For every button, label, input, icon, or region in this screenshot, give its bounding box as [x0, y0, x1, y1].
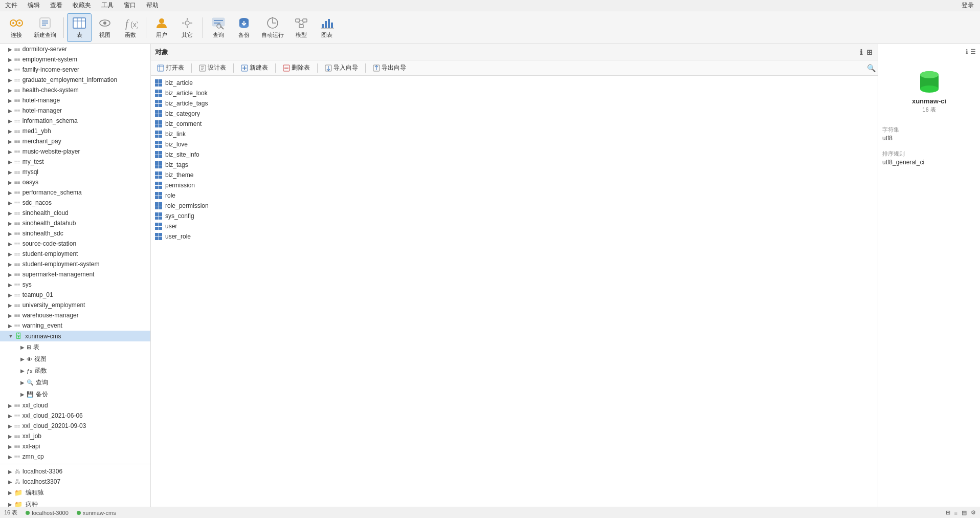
sidebar-item-sinohealth_sdc[interactable]: ▶ ≡≡ sinohealth_sdc	[0, 228, 150, 239]
table-item[interactable]: biz_category	[151, 109, 878, 119]
sidebar-item-university_employment[interactable]: ▶ ≡≡ university_employment	[0, 300, 150, 310]
toolbar-model[interactable]: 模型	[289, 13, 314, 42]
sidebar-item-graduate_employment_information[interactable]: ▶ ≡≡ graduate_employment_information	[0, 75, 150, 85]
toolbar-user[interactable]: 用户	[149, 13, 174, 42]
sidebar-item-warehouse-manager[interactable]: ▶ ≡≡ warehouse-manager	[0, 310, 150, 320]
toolbar-function[interactable]: f(x) 函数	[118, 13, 143, 42]
sidebar-footer-item-编程猿[interactable]: ▶ 📁 编程猿	[0, 487, 150, 499]
table-item[interactable]: biz_article_look	[151, 88, 878, 98]
sidebar-item-xxl_cloud[interactable]: ▶ ≡≡ xxl_cloud	[0, 400, 150, 411]
sidebar-subitem-查询[interactable]: ▶ 🔍 查询	[0, 377, 150, 389]
toolbar-backup[interactable]: 备份	[232, 13, 256, 42]
sidebar-item-student-employment-system[interactable]: ▶ ≡≡ student-employment-system	[0, 259, 150, 269]
toolbar-connect[interactable]: 连接	[4, 13, 29, 42]
table-item[interactable]: permission	[151, 180, 878, 190]
sidebar-item-teamup_01[interactable]: ▶ ≡≡ teamup_01	[0, 290, 150, 300]
sidebar-item-music-website-player[interactable]: ▶ ≡≡ music-website-player	[0, 146, 150, 157]
toolbar-view[interactable]: 视图	[93, 13, 117, 42]
search-button[interactable]: 🔍	[867, 64, 876, 72]
table-item[interactable]: biz_article	[151, 78, 878, 88]
toolbar-other[interactable]: 其它	[175, 13, 199, 42]
table-item[interactable]: user_role	[151, 231, 878, 242]
table-item[interactable]: role	[151, 190, 878, 201]
open-table-button[interactable]: 打开表	[153, 62, 188, 74]
sidebar-subitem-备份[interactable]: ▶ 💾 备份	[0, 389, 150, 400]
import-wizard-button[interactable]: 导入向导	[321, 62, 362, 74]
sidebar-item-med1_ybh[interactable]: ▶ ≡≡ med1_ybh	[0, 126, 150, 136]
table-item[interactable]: biz_link	[151, 129, 878, 139]
sidebar-item-source-code-station[interactable]: ▶ ≡≡ source-code-station	[0, 239, 150, 249]
info-icon[interactable]: ℹ	[859, 47, 863, 57]
table-item[interactable]: biz_tags	[151, 160, 878, 170]
toolbar-autorun-label: 自动运行	[261, 31, 284, 39]
svg-point-4	[18, 22, 20, 24]
table-item[interactable]: user	[151, 221, 878, 231]
grid-icon[interactable]: ⊞	[946, 509, 950, 516]
table-item[interactable]: biz_comment	[151, 119, 878, 129]
list-icon[interactable]: ≡	[954, 510, 957, 516]
detail-icon[interactable]: ▤	[962, 509, 967, 516]
sidebar-item-warning_event[interactable]: ▶ ≡≡ warning_event	[0, 320, 150, 331]
delete-table-button[interactable]: 删除表	[279, 62, 314, 74]
menu-help[interactable]: 帮助	[143, 0, 162, 11]
sidebar-item-information_schema[interactable]: ▶ ≡≡ information_schema	[0, 116, 150, 126]
toolbar-chart[interactable]: 图表	[315, 13, 339, 42]
sidebar-item-xunmaw-cms[interactable]: ▼ 🗄 xunmaw-cms	[0, 331, 150, 341]
sidebar-item-xxl_cloud_2021-06-06[interactable]: ▶ ≡≡ xxl_cloud_2021-06-06	[0, 411, 150, 421]
table-item[interactable]: biz_article_tags	[151, 98, 878, 109]
sidebar-subitem-函数[interactable]: ▶ ƒx 函数	[0, 365, 150, 377]
grid-view-icon[interactable]: ⊞	[865, 47, 874, 57]
sidebar-item-student-employment[interactable]: ▶ ≡≡ student-employment	[0, 249, 150, 259]
sidebar-item-dormitory-server[interactable]: ▶ ≡≡ dormitory-server	[0, 44, 150, 54]
expand-icon: ▼	[8, 333, 13, 339]
table-item[interactable]: role_permission	[151, 201, 878, 211]
sidebar-item-xxl_cloud_20201-09-03[interactable]: ▶ ≡≡ xxl_cloud_20201-09-03	[0, 421, 150, 431]
settings-icon[interactable]: ⚙	[971, 509, 976, 516]
table-item[interactable]: sys_config	[151, 211, 878, 221]
sidebar-item-sinohealth_datahub[interactable]: ▶ ≡≡ sinohealth_datahub	[0, 218, 150, 228]
menu-window[interactable]: 窗口	[121, 0, 139, 11]
sidebar-footer-item-病种[interactable]: ▶ 📁 病种	[0, 499, 150, 507]
sidebar-item-family-income-server[interactable]: ▶ ≡≡ family-income-server	[0, 64, 150, 75]
sidebar-item-sdc_nacos[interactable]: ▶ ≡≡ sdc_nacos	[0, 198, 150, 208]
menu-file[interactable]: 文件	[2, 0, 20, 11]
menu-edit[interactable]: 编辑	[25, 0, 43, 11]
sidebar-subitem-视图[interactable]: ▶ 👁 视图	[0, 353, 150, 365]
toolbar-table[interactable]: 表	[67, 13, 92, 42]
right-list-icon[interactable]: ☰	[970, 48, 976, 55]
sidebar-item-localhost3307[interactable]: ▶ 🖧 localhost3307	[0, 477, 150, 487]
table-item[interactable]: biz_site_info	[151, 149, 878, 160]
table-item[interactable]: biz_love	[151, 139, 878, 149]
toolbar-table-label: 表	[77, 31, 82, 39]
toolbar-autorun[interactable]: 自动运行	[257, 13, 288, 42]
sidebar-item-supermarket-management[interactable]: ▶ ≡≡ supermarket-management	[0, 269, 150, 279]
sidebar-item-mysql[interactable]: ▶ ≡≡ mysql	[0, 167, 150, 177]
design-table-button[interactable]: 设计表	[195, 62, 230, 74]
sidebar-item-zmn_cp[interactable]: ▶ ≡≡ zmn_cp	[0, 451, 150, 462]
sidebar-item-oasys[interactable]: ▶ ≡≡ oasys	[0, 177, 150, 187]
table-item[interactable]: biz_theme	[151, 170, 878, 180]
export-wizard-button[interactable]: 导出向导	[369, 62, 410, 74]
sidebar-item-xxl_job[interactable]: ▶ ≡≡ xxl_job	[0, 431, 150, 441]
sidebar-item-merchant_pay[interactable]: ▶ ≡≡ merchant_pay	[0, 136, 150, 146]
menu-favorites[interactable]: 收藏夹	[70, 0, 94, 11]
sidebar-subitem-表[interactable]: ▶ ⊞ 表	[0, 341, 150, 353]
sidebar-item-my_test[interactable]: ▶ ≡≡ my_test	[0, 157, 150, 167]
sidebar-item-hotel-manage[interactable]: ▶ ≡≡ hotel-manage	[0, 95, 150, 105]
sidebar-item-employment-system[interactable]: ▶ ≡≡ employment-system	[0, 54, 150, 64]
sidebar-item-sys[interactable]: ▶ ≡≡ sys	[0, 279, 150, 290]
sidebar-item-xxl-api[interactable]: ▶ ≡≡ xxl-api	[0, 441, 150, 451]
menu-tools[interactable]: 工具	[98, 0, 117, 11]
menu-view[interactable]: 查看	[47, 0, 65, 11]
new-table-button[interactable]: 新建表	[237, 62, 272, 74]
right-info-icon[interactable]: ℹ	[966, 48, 968, 55]
sidebar-item-localhost-3306[interactable]: ▶ 🖧 localhost-3306	[0, 466, 150, 477]
sidebar-item-sinohealth_cloud[interactable]: ▶ ≡≡ sinohealth_cloud	[0, 208, 150, 218]
sidebar-item-health-check-system[interactable]: ▶ ≡≡ health-check-system	[0, 85, 150, 95]
sidebar-item-performance_schema[interactable]: ▶ ≡≡ performance_schema	[0, 187, 150, 198]
login-button[interactable]: 登录	[957, 0, 978, 11]
toolbar-query[interactable]: 查询	[206, 13, 231, 42]
toolbar-new-query[interactable]: 新建查询	[30, 13, 60, 42]
lines-icon: ≡≡	[14, 423, 20, 429]
sidebar-item-hotel-manager[interactable]: ▶ ≡≡ hotel-manager	[0, 105, 150, 116]
